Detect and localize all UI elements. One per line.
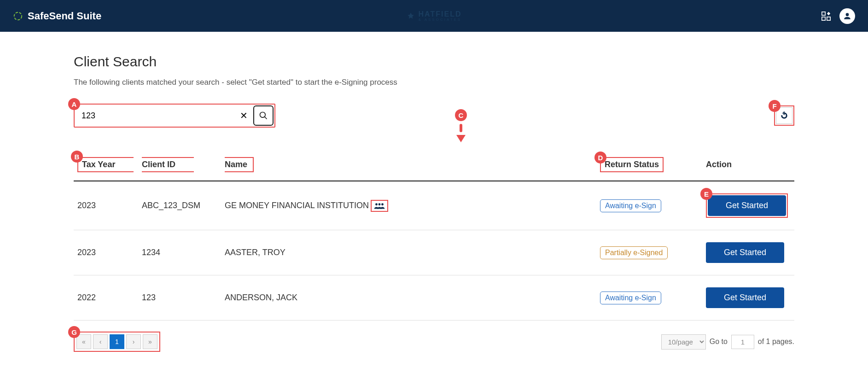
page-first-button[interactable]: « (76, 334, 91, 349)
th-name-label: Name (225, 160, 247, 169)
svg-rect-3 (822, 17, 825, 20)
search-wrap: A ✕ (74, 104, 275, 128)
cell-name: GE MONEY FINANCIAL INSTITUTION (221, 181, 596, 230)
svg-rect-1 (822, 12, 825, 15)
cell-taxyear: 2023 (74, 230, 138, 275)
page-last-button[interactable]: » (143, 334, 157, 349)
th-action: Action (702, 151, 794, 181)
product-name: SafeSend Suite (28, 10, 101, 22)
svg-point-0 (14, 12, 22, 20)
page-next-button[interactable]: › (126, 334, 141, 349)
cell-name: ANDERSON, JACK (221, 275, 596, 321)
annotation-badge-D: D (594, 152, 606, 163)
th-taxyear-label: Tax Year (82, 160, 115, 169)
cell-action: EGet Started (702, 181, 794, 230)
cell-action: Get Started (702, 275, 794, 321)
clear-icon[interactable]: ✕ (240, 110, 248, 121)
annotation-badge-F: F (769, 100, 781, 112)
action-wrap: Get Started (706, 287, 784, 308)
annotation-badge-E: E (700, 188, 712, 200)
annotation-badge-G: G (68, 326, 80, 338)
cell-action: Get Started (702, 230, 794, 275)
header-right (821, 8, 855, 24)
refresh-wrap: F (774, 105, 794, 126)
page-size-group: 10/page Go to of 1 pages. (661, 334, 794, 350)
svg-line-5 (265, 117, 267, 119)
annotation-badge-C: C (455, 109, 467, 121)
action-wrap: EGet Started (706, 193, 788, 218)
get-started-button[interactable]: Get Started (706, 287, 784, 308)
user-icon (843, 12, 852, 21)
search-input[interactable] (76, 106, 250, 125)
of-pages-label: of 1 pages. (758, 338, 794, 346)
brand-name: HATFIELD (419, 11, 462, 18)
cell-clientid: 1234 (138, 230, 221, 275)
page-number-button[interactable]: 1 (110, 334, 124, 349)
svg-point-4 (260, 112, 266, 118)
page-title: Client Search (74, 54, 794, 70)
goto-label: Go to (710, 338, 728, 346)
annotation-badge-B: B (71, 151, 83, 163)
footer-row: G « ‹ 1 › » 10/page Go to of 1 pages. (74, 332, 794, 352)
th-clientid: Client ID (138, 151, 221, 181)
th-name: Name (221, 151, 596, 181)
get-started-button[interactable]: Get Started (708, 195, 786, 216)
cell-status: Awaiting e-Sign (596, 275, 702, 321)
action-wrap: Get Started (706, 242, 784, 263)
th-status-label: Return Status (605, 160, 659, 169)
cell-taxyear: 2023 (74, 181, 138, 230)
cell-status: Awaiting e-Sign (596, 181, 702, 230)
center-brand: HATFIELD & ASSOCIATES (407, 11, 462, 22)
cell-name: AASTER, TROY (221, 230, 596, 275)
apps-icon[interactable] (821, 11, 831, 21)
cell-clientid: 123 (138, 275, 221, 321)
cell-taxyear: 2022 (74, 275, 138, 321)
goto-input[interactable] (731, 335, 754, 349)
status-badge: Partially e-Signed (600, 246, 668, 259)
refresh-icon (780, 111, 788, 120)
svg-point-8 (381, 203, 384, 205)
th-taxyear: Tax Year B (74, 151, 138, 181)
th-status: D Return Status (596, 151, 702, 181)
cell-status: Partially e-Signed (596, 230, 702, 275)
pagination: G « ‹ 1 › » (74, 332, 160, 352)
page-prev-button[interactable]: ‹ (93, 334, 108, 349)
table-row: 2023ABC_123_DSMGE MONEY FINANCIAL INSTIT… (74, 181, 794, 230)
avatar[interactable] (839, 8, 855, 24)
page-subtitle: The following clients matched your searc… (74, 78, 794, 87)
search-button[interactable] (253, 105, 274, 126)
app-header: SafeSend Suite HATFIELD & ASSOCIATES (0, 0, 868, 32)
th-clientid-label: Client ID (142, 160, 175, 169)
table-row: 2022123ANDERSON, JACKAwaiting e-SignGet … (74, 275, 794, 321)
results-table: Tax Year B Client ID Name (74, 151, 794, 321)
logo-icon (13, 11, 23, 21)
brand-icon (407, 12, 415, 20)
search-row: A ✕ F (74, 104, 794, 128)
cell-clientid: ABC_123_DSM (138, 181, 221, 230)
svg-point-7 (379, 203, 381, 205)
status-badge: Awaiting e-Sign (600, 199, 661, 212)
annotation-arrow-C: C (455, 109, 467, 142)
svg-point-6 (375, 203, 378, 205)
svg-rect-2 (827, 17, 830, 20)
table-wrap: C Tax Year B (74, 151, 794, 321)
brand-sub: & ASSOCIATES (419, 18, 462, 22)
group-icon-wrap (371, 200, 388, 212)
table-row: 20231234AASTER, TROYPartially e-SignedGe… (74, 230, 794, 275)
status-badge: Awaiting e-Sign (600, 292, 661, 304)
group-icon (373, 202, 385, 210)
search-icon (259, 111, 268, 120)
annotation-badge-A: A (68, 98, 80, 110)
main-container: Client Search The following clients matc… (0, 32, 868, 366)
get-started-button[interactable]: Get Started (706, 242, 784, 263)
page-size-select[interactable]: 10/page (661, 334, 706, 350)
logo-group: SafeSend Suite (13, 10, 101, 22)
